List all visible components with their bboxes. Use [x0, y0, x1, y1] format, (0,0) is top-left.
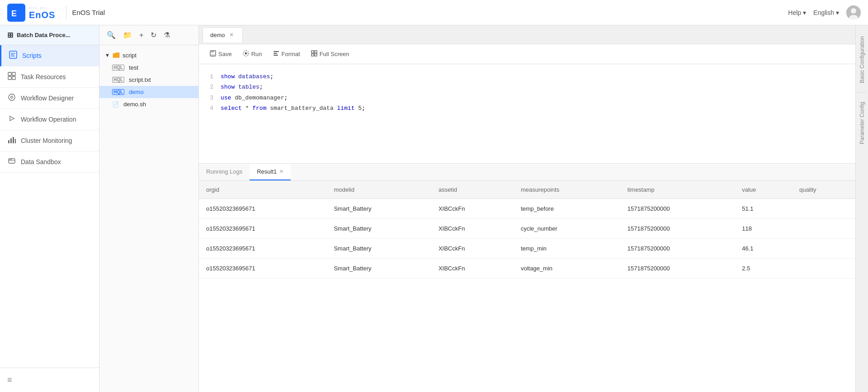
svg-rect-12	[12, 76, 15, 80]
code-line-1: 1 show databases;	[206, 71, 848, 82]
result1-label: Result1	[257, 168, 277, 175]
table-header-row: orgid modelid assetid measurepoints time…	[199, 181, 855, 199]
logo-text: EnOS	[29, 10, 55, 19]
new-folder-button[interactable]: 📁	[121, 30, 134, 40]
table-row: o15520323695671Smart_BatteryXIBCckFntemp…	[199, 199, 855, 219]
svg-text:E: E	[11, 9, 17, 18]
svg-rect-27	[274, 51, 279, 52]
avatar[interactable]	[846, 5, 861, 20]
cell-measurepoints: temp_before	[514, 199, 620, 219]
cell-modelid: Smart_Battery	[326, 259, 431, 279]
svg-rect-9	[8, 72, 11, 76]
cell-orgid: o15520323695671	[199, 219, 326, 239]
sidebar-item-data-sandbox[interactable]: Data Sandbox	[0, 151, 99, 173]
tab-demo-label: demo	[210, 32, 225, 38]
code-line-3: 3 use db_demomanager;	[206, 93, 848, 103]
basic-config-label[interactable]: Basic Configuration	[856, 29, 868, 90]
folder-icon	[113, 52, 120, 59]
sidebar-item-workflow-designer[interactable]: Workflow Designer	[0, 88, 99, 109]
cell-measurepoints: temp_min	[514, 239, 620, 259]
svg-rect-32	[311, 54, 314, 56]
file-tree-toolbar: 🔍 📁 + ↻ ⚗	[99, 25, 198, 45]
tree-item-demo[interactable]: HQL demo	[99, 86, 198, 98]
svg-marker-26	[245, 52, 248, 55]
sidebar-item-task-resources[interactable]: Task Resources	[0, 66, 99, 88]
col-quality: quality	[792, 181, 855, 199]
cell-quality	[792, 219, 855, 239]
tab-close-button[interactable]: ✕	[228, 31, 235, 38]
save-icon	[210, 50, 216, 58]
cell-modelid: Smart_Battery	[326, 239, 431, 259]
run-icon	[243, 50, 249, 58]
sidebar-section-batch[interactable]: ⊞ Batch Data Proce...	[0, 25, 99, 45]
svg-point-13	[9, 94, 15, 100]
workflow-designer-icon	[7, 93, 16, 103]
language-selector[interactable]: English ▾	[813, 9, 839, 16]
app-name: EnOS Trial	[72, 9, 105, 16]
sidebar-item-cluster-monitoring[interactable]: Cluster Monitoring	[0, 130, 99, 151]
editor-toolbar: Save Run Fo	[199, 44, 855, 64]
svg-point-3	[851, 8, 856, 14]
format-button[interactable]: Format	[268, 48, 306, 60]
cell-orgid: o15520323695671	[199, 259, 326, 279]
col-modelid: modelid	[326, 181, 431, 199]
fullscreen-button[interactable]: Full Screen	[306, 48, 355, 60]
results-panel: Running Logs Result1 ✕ orgid modelid ass…	[199, 164, 855, 392]
svg-rect-30	[311, 51, 314, 53]
tree-item-script-txt[interactable]: HQL script.txt	[99, 74, 198, 86]
logo: E ···· ··· EnOS	[7, 4, 55, 22]
save-button[interactable]: Save	[204, 48, 237, 60]
search-button[interactable]: 🔍	[105, 30, 118, 40]
result1-close-button[interactable]: ✕	[279, 169, 283, 175]
table-row: o15520323695671Smart_BatteryXIBCckFncycl…	[199, 219, 855, 239]
sidebar-scripts-label: Scripts	[22, 52, 42, 59]
logo-icon: E	[7, 4, 25, 22]
main-content: demo ✕ Save	[199, 25, 855, 392]
cell-assetid: XIBCckFn	[431, 199, 514, 219]
cell-assetid: XIBCckFn	[431, 219, 514, 239]
sidebar-item-scripts[interactable]: Scripts	[0, 45, 99, 66]
collapse-icon[interactable]: ≡	[7, 375, 12, 384]
cell-quality	[792, 259, 855, 279]
run-button[interactable]: Run	[237, 48, 268, 60]
file-tree-panel: 🔍 📁 + ↻ ⚗ ▼ script HQL test HQL	[99, 25, 199, 392]
cluster-monitoring-icon	[7, 136, 16, 146]
col-timestamp: timestamp	[620, 181, 735, 199]
cell-quality	[792, 239, 855, 259]
col-assetid: assetid	[431, 181, 514, 199]
cell-value: 2.5	[735, 259, 792, 279]
tab-result1[interactable]: Result1 ✕	[250, 164, 291, 180]
tree-folder-script[interactable]: ▼ script	[99, 49, 198, 61]
parameter-config-label[interactable]: Parameter Config	[856, 94, 868, 151]
svg-rect-24	[211, 54, 215, 56]
svg-rect-18	[9, 159, 15, 163]
batch-icon: ⊞	[7, 31, 13, 39]
cell-timestamp: 1571875200000	[620, 199, 735, 219]
tab-running-logs[interactable]: Running Logs	[199, 164, 250, 180]
cell-timestamp: 1571875200000	[620, 239, 735, 259]
help-button[interactable]: Help ▾	[788, 9, 806, 16]
result-table: orgid modelid assetid measurepoints time…	[199, 181, 855, 279]
tree-item-test[interactable]: HQL test	[99, 61, 198, 74]
tab-bar: demo ✕	[199, 25, 855, 44]
add-button[interactable]: +	[137, 30, 145, 40]
cell-assetid: XIBCckFn	[431, 259, 514, 279]
tab-demo[interactable]: demo ✕	[203, 27, 243, 43]
cell-timestamp: 1571875200000	[620, 259, 735, 279]
chevron-down-icon: ▾	[803, 9, 806, 16]
data-sandbox-icon	[7, 157, 16, 167]
svg-rect-28	[274, 53, 277, 54]
sidebar-item-workflow-operation[interactable]: Workflow Operation	[0, 109, 99, 130]
filter-button[interactable]: ⚗	[162, 30, 172, 40]
tree-item-demo-sh[interactable]: 📄 demo.sh	[99, 98, 198, 110]
header-right: Help ▾ English ▾	[788, 5, 861, 20]
svg-rect-14	[8, 140, 9, 143]
format-label: Format	[282, 51, 300, 57]
run-label: Run	[251, 51, 262, 57]
sidebar-task-resources-label: Task Resources	[21, 73, 66, 80]
main-layout: ⊞ Batch Data Proce... Scripts	[0, 25, 868, 392]
code-editor[interactable]: 1 show databases; 2 show tables; 3 use d…	[199, 64, 855, 164]
result-table-container: orgid modelid assetid measurepoints time…	[199, 181, 855, 392]
results-tab-bar: Running Logs Result1 ✕	[199, 164, 855, 181]
refresh-button[interactable]: ↻	[149, 30, 158, 40]
